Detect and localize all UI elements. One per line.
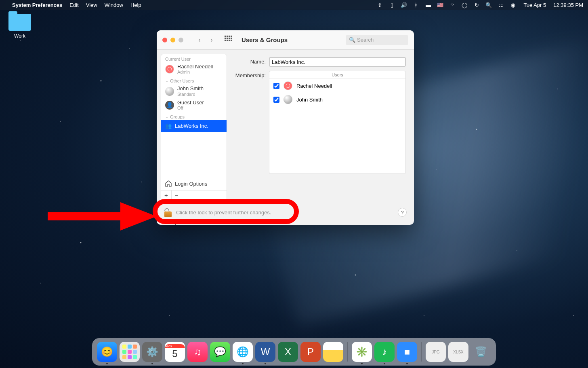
cal-day: 5	[172, 348, 177, 360]
dock: 😊 ⚙️ APR 5 ♫ 💬 🌐 W X P ✳️ ♪ ■ JPG XLSX 🗑…	[92, 338, 496, 366]
menubar-help[interactable]: Help	[130, 2, 141, 8]
menubar-view[interactable]: View	[86, 2, 97, 8]
user-role: Off	[177, 106, 204, 110]
dock-separator	[421, 342, 422, 362]
dock-file-jpg[interactable]: JPG	[426, 342, 446, 362]
menubar-date[interactable]: Tue Apr 5	[523, 2, 546, 8]
spotlight-icon[interactable]: 🔍	[485, 2, 492, 8]
member-name: Rachel Needell	[296, 83, 332, 89]
member-checkbox[interactable]	[273, 83, 279, 89]
menubar-edit[interactable]: Edit	[69, 2, 78, 8]
current-user-section-label: Current User	[161, 54, 227, 62]
dock-chrome[interactable]: 🌐	[233, 342, 253, 362]
control-center-icon[interactable]: ⚏	[498, 2, 504, 8]
dock-launchpad[interactable]	[120, 342, 140, 362]
member-checkbox[interactable]	[273, 97, 279, 103]
user-name: John Smith	[177, 86, 204, 91]
user-role: Standard	[177, 92, 204, 97]
svg-marker-0	[48, 202, 157, 231]
dock-excel[interactable]: X	[278, 342, 298, 362]
dock-notes[interactable]	[323, 342, 343, 362]
search-field[interactable]: 🔍 Search	[346, 35, 408, 45]
dock-trash[interactable]: 🗑️	[471, 342, 491, 362]
avatar-icon: 👤	[165, 101, 174, 110]
siri-icon[interactable]: ◉	[510, 2, 516, 8]
remove-user-button[interactable]: −	[172, 190, 182, 199]
dock-system-preferences[interactable]: ⚙️	[142, 342, 162, 362]
window-minimize-button[interactable]	[170, 38, 175, 42]
dock-zoom[interactable]: ■	[397, 342, 417, 362]
timemachine-icon[interactable]: ↻	[473, 2, 480, 8]
dock-word[interactable]: W	[255, 342, 275, 362]
user-name: Rachel Needell	[177, 64, 213, 70]
desktop-folder-work[interactable]: Work	[6, 14, 34, 39]
forward-button[interactable]: ›	[207, 35, 216, 45]
user-name: Guest User	[177, 100, 204, 106]
dock-file-xlsx[interactable]: XLSX	[448, 342, 468, 362]
membership-list: Users Rachel Needell John Smith	[269, 71, 406, 174]
flag-icon[interactable]: 🇺🇸	[437, 2, 443, 8]
menubar-window[interactable]: Window	[105, 2, 123, 8]
window-title: Users & Groups	[242, 36, 288, 43]
dropbox-icon[interactable]: ⇪	[376, 2, 383, 8]
annotation-highlight-oval	[153, 199, 299, 224]
dock-slack[interactable]: ✳️	[352, 342, 372, 362]
home-icon	[165, 180, 172, 187]
group-name: LabWorks Inc.	[175, 123, 208, 129]
avatar-icon	[165, 65, 174, 74]
user-icon[interactable]: ◯	[461, 2, 468, 8]
chevron-down-icon: ⌄	[165, 115, 168, 119]
member-name: John Smith	[296, 97, 323, 103]
menubar-app-name[interactable]: System Preferences	[12, 2, 62, 8]
menubar-time[interactable]: 12:39:35 PM	[553, 2, 583, 8]
membership-label: Membership:	[233, 71, 269, 78]
help-button[interactable]: ?	[398, 208, 407, 217]
search-icon: 🔍	[349, 37, 355, 43]
avatar-icon	[284, 81, 292, 90]
folder-icon	[8, 14, 31, 31]
wifi-icon[interactable]: ⌔	[449, 2, 456, 8]
sidebar-group-labworks[interactable]: 👥 LabWorks Inc.	[161, 120, 227, 132]
users-sidebar: Current User Rachel Needell Admin ⌄ Othe…	[161, 54, 227, 200]
dock-calendar[interactable]: APR 5	[165, 342, 185, 362]
search-placeholder: Search	[357, 37, 374, 43]
members-header: Users	[269, 71, 405, 79]
menubar: System Preferences Edit View Window Help…	[0, 0, 588, 10]
dock-music[interactable]: ♫	[187, 342, 208, 362]
battery-widget-icon[interactable]: ▯	[388, 2, 395, 8]
add-user-button[interactable]: +	[161, 190, 172, 199]
battery-icon[interactable]: ▬	[425, 2, 431, 8]
bluetooth-icon[interactable]: ᚼ	[413, 2, 419, 8]
window-maximize-button[interactable]	[178, 38, 183, 42]
show-all-button[interactable]	[225, 36, 233, 44]
name-label: Name:	[233, 57, 269, 65]
other-users-section-label[interactable]: ⌄ Other Users	[161, 76, 227, 84]
annotation-arrow	[48, 198, 157, 235]
cal-month: APR	[165, 344, 185, 348]
group-detail-panel: Name: Membership: Users Rachel Needell J…	[227, 50, 414, 200]
folder-label: Work	[6, 33, 34, 39]
login-options-button[interactable]: Login Options	[161, 177, 227, 190]
dock-finder[interactable]: 😊	[97, 342, 117, 362]
sidebar-user-guest[interactable]: 👤 Guest User Off	[161, 98, 227, 112]
volume-icon[interactable]: 🔊	[401, 2, 407, 8]
member-row-rachel[interactable]: Rachel Needell	[269, 79, 405, 93]
avatar-icon	[284, 95, 292, 104]
avatar-icon	[165, 87, 174, 96]
group-icon: 👥	[165, 123, 172, 129]
group-name-input[interactable]	[269, 57, 406, 67]
dock-separator	[347, 342, 348, 362]
system-preferences-window: ‹ › Users & Groups 🔍 Search Current User…	[157, 30, 414, 225]
member-row-john[interactable]: John Smith	[269, 93, 405, 106]
dock-spotify[interactable]: ♪	[374, 342, 395, 362]
window-close-button[interactable]	[162, 38, 167, 42]
user-role: Admin	[177, 70, 213, 74]
chevron-down-icon: ⌄	[165, 79, 168, 83]
dock-powerpoint[interactable]: P	[300, 342, 321, 362]
back-button[interactable]: ‹	[195, 35, 204, 45]
window-titlebar: ‹ › Users & Groups 🔍 Search	[157, 30, 414, 50]
sidebar-user-john[interactable]: John Smith Standard	[161, 84, 227, 98]
dock-messages[interactable]: 💬	[210, 342, 230, 362]
sidebar-current-user[interactable]: Rachel Needell Admin	[161, 62, 227, 76]
groups-section-label[interactable]: ⌄ Groups	[161, 112, 227, 120]
